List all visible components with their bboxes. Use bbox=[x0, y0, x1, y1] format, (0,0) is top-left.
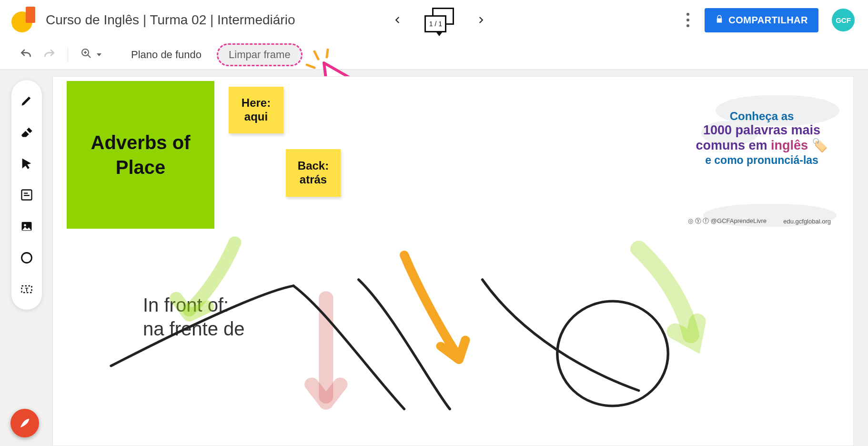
main-area: T Adverbs of Place Here: aqui Back: atrá… bbox=[0, 70, 868, 446]
redo-button[interactable] bbox=[43, 49, 55, 61]
poster-image[interactable]: Conheça as 1000 palavras mais comuns em … bbox=[688, 110, 836, 167]
svg-line-6 bbox=[327, 50, 328, 57]
toolbar-separator bbox=[68, 48, 68, 62]
sticky-note-tool[interactable] bbox=[20, 188, 34, 202]
svg-line-4 bbox=[307, 65, 314, 68]
svg-line-1 bbox=[88, 55, 91, 58]
title-card-text: Adverbs of Place bbox=[67, 130, 214, 180]
svg-point-15 bbox=[557, 301, 668, 406]
tool-rail-area: T bbox=[0, 70, 52, 446]
canvas-viewport[interactable]: Adverbs of Place Here: aqui Back: atrás … bbox=[52, 70, 868, 446]
select-tool[interactable] bbox=[20, 156, 34, 171]
image-tool[interactable] bbox=[20, 219, 34, 233]
poster-line: Conheça as bbox=[688, 110, 836, 123]
frame-indicator[interactable]: 1 / 1 bbox=[423, 7, 456, 33]
app-header: Curso de Inglês | Turma 02 | Intermediár… bbox=[0, 0, 868, 40]
toolbar: Plano de fundo Limpar frame bbox=[0, 40, 868, 70]
document-title[interactable]: Curso de Inglês | Turma 02 | Intermediár… bbox=[46, 12, 295, 28]
prev-frame-button[interactable] bbox=[393, 15, 403, 25]
poster-line: e como pronunciá-las bbox=[688, 154, 836, 167]
sticky-note-here[interactable]: Here: aqui bbox=[229, 87, 283, 133]
sticky-note-back[interactable]: Back: atrás bbox=[286, 149, 341, 197]
share-button[interactable]: COMPARTILHAR bbox=[705, 8, 818, 32]
shape-tool[interactable] bbox=[20, 251, 34, 265]
svg-text:T: T bbox=[25, 286, 28, 293]
title-card[interactable]: Adverbs of Place bbox=[67, 81, 214, 229]
text-content: In front of: na frente de bbox=[143, 294, 245, 339]
whiteboard-canvas[interactable]: Adverbs of Place Here: aqui Back: atrás … bbox=[52, 76, 854, 446]
background-button[interactable]: Plano de fundo bbox=[126, 46, 206, 64]
lock-icon bbox=[715, 15, 724, 26]
undo-button[interactable] bbox=[20, 49, 32, 61]
sticky-text: Here: aqui bbox=[242, 96, 271, 124]
svg-point-12 bbox=[22, 253, 32, 263]
svg-point-11 bbox=[24, 224, 26, 226]
frame-navigation: 1 / 1 bbox=[393, 7, 485, 33]
zoom-control[interactable] bbox=[81, 48, 101, 62]
app-logo bbox=[11, 8, 36, 32]
header-actions: COMPARTILHAR GCF bbox=[682, 8, 855, 32]
clear-frame-highlight: Limpar frame bbox=[217, 43, 303, 66]
pen-tool[interactable] bbox=[20, 93, 34, 108]
next-frame-button[interactable] bbox=[476, 15, 485, 25]
avatar[interactable]: GCF bbox=[832, 9, 855, 31]
svg-line-5 bbox=[314, 51, 318, 59]
poster-line: comuns em inglês 🏷️ bbox=[688, 138, 836, 153]
frame-count: 1 / 1 bbox=[424, 15, 446, 32]
eraser-tool[interactable] bbox=[20, 125, 34, 139]
laser-tool[interactable] bbox=[10, 409, 39, 437]
poster-line: 1000 palavras mais bbox=[688, 123, 836, 138]
clear-frame-button[interactable]: Limpar frame bbox=[224, 46, 295, 64]
avatar-text: GCF bbox=[836, 16, 851, 24]
textbox-tool[interactable]: T bbox=[20, 282, 34, 296]
chevron-down-icon bbox=[436, 32, 442, 36]
zoom-in-icon bbox=[81, 48, 92, 62]
chevron-down-icon bbox=[97, 53, 101, 56]
share-button-label: COMPARTILHAR bbox=[728, 15, 808, 26]
sticky-text: Back: atrás bbox=[298, 159, 329, 187]
tool-rail: T bbox=[11, 80, 42, 310]
text-in-front-of[interactable]: In front of: na frente de bbox=[143, 293, 245, 341]
poster-footer: ◎ ⓨ ⓕ @GCFAprendeLivre edu.gcfglobal.org bbox=[688, 217, 831, 225]
more-menu-button[interactable] bbox=[682, 8, 691, 32]
